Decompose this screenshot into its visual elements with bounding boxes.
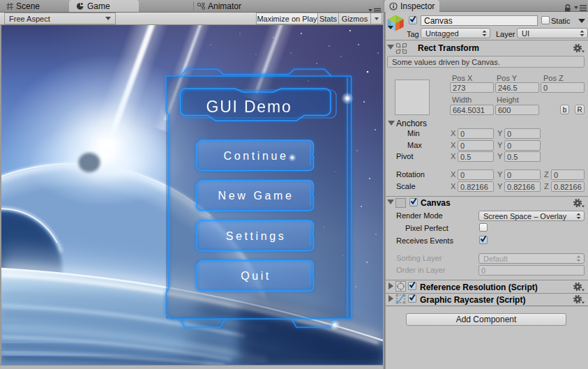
svg-text:Continue: Continue [224, 150, 289, 162]
svg-text:Quit: Quit [241, 270, 271, 282]
svg-text:New Game: New Game [218, 190, 294, 202]
svg-text:Settings: Settings [226, 230, 287, 242]
svg-text:GUI Demo: GUI Demo [206, 98, 292, 116]
